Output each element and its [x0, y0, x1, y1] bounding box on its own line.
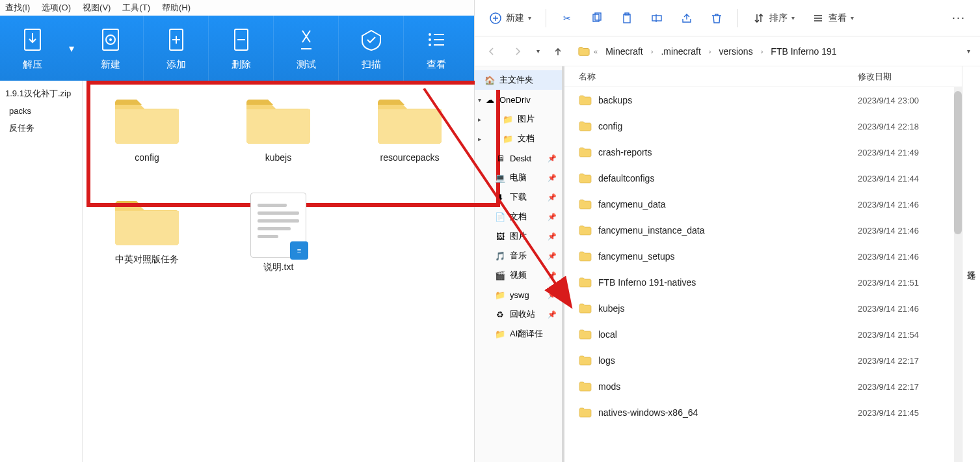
paste-button[interactable] — [614, 7, 640, 30]
breadcrumb-dot-minecraft[interactable]: .minecraft — [657, 44, 704, 59]
pin-icon: 📌 — [548, 193, 557, 202]
tree-item-label: 主文件夹 — [499, 74, 533, 86]
address-row: ▾ « Minecraft› .minecraft› versions› FTB… — [475, 36, 980, 66]
more-button[interactable]: ··· — [946, 7, 972, 30]
svg-point-3 — [109, 38, 112, 41]
breadcrumb-overflow[interactable]: « — [592, 48, 599, 55]
tree-item-文档[interactable]: 📄 文档 📌 — [475, 207, 562, 226]
tree-item-Deskt[interactable]: 🖥 Deskt 📌 — [475, 148, 562, 168]
add-button[interactable]: 添加 — [143, 16, 208, 81]
twisty-icon[interactable]: ▸ — [475, 116, 484, 123]
grid-item-cn-en[interactable]: 中英对照版任务 — [98, 193, 196, 273]
breadcrumb-current[interactable]: FTB Inferno 191 — [767, 44, 840, 59]
menu-options[interactable]: 选项(O) — [36, 1, 76, 15]
test-button[interactable]: 测试 — [273, 16, 338, 81]
tree-item-OneDriv[interactable]: ▾ ☁ OneDriv — [475, 90, 562, 109]
file-row[interactable]: logs 2023/9/14 22:17 — [564, 347, 962, 374]
menu-view[interactable]: 视图(V) — [77, 1, 116, 15]
scrollbar-thumb[interactable] — [954, 91, 962, 234]
forward-button[interactable] — [506, 40, 529, 63]
tree-item-图片[interactable]: ▸ 📁 图片 — [475, 109, 562, 129]
tree-item-label: 文档 — [518, 133, 535, 144]
tree-item-文档[interactable]: ▸ 📁 文档 — [475, 129, 562, 148]
twisty-icon[interactable]: ▾ — [475, 96, 484, 103]
file-name: kubejs — [598, 303, 624, 314]
sort-button[interactable]: 排序 ▾ — [746, 7, 801, 30]
pin-icon: 📌 — [548, 213, 557, 221]
grid-item-resourcepacks[interactable]: resourcepacks — [361, 91, 458, 163]
file-name: crash-reports — [598, 147, 652, 157]
new-menu-button[interactable]: 新建 ▾ — [483, 7, 538, 30]
tree-item-音乐[interactable]: 🎵 音乐 📌 — [475, 246, 562, 265]
file-row[interactable]: FTB Inferno 191-natives 2023/9/14 21:51 — [564, 269, 962, 295]
share-button[interactable] — [674, 7, 700, 30]
refresh-dropdown[interactable]: ▾ — [962, 40, 975, 63]
scrollbar[interactable] — [954, 87, 962, 462]
test-icon — [293, 26, 320, 53]
cut-button[interactable]: ✂ — [554, 7, 580, 30]
file-list-area: 名称 修改日期 backups 2023/9/14 23:00 config 2… — [564, 66, 962, 462]
ellipsis-icon: ··· — [952, 11, 966, 25]
file-row[interactable]: fancymenu_instance_data 2023/9/14 21:46 — [564, 217, 962, 243]
file-row[interactable]: local 2023/9/14 21:54 — [564, 321, 962, 347]
column-date[interactable]: 修改日期 — [858, 71, 962, 83]
tree-item-视频[interactable]: 🎬 视频 📌 — [475, 265, 562, 285]
extract-dropdown[interactable]: ▾ — [65, 42, 78, 55]
new-button[interactable]: 新建 — [78, 16, 143, 81]
rename-button[interactable] — [644, 7, 670, 30]
breadcrumb-versions[interactable]: versions — [715, 44, 757, 59]
tree-item-主文件夹[interactable]: 🏠 主文件夹 — [475, 70, 562, 90]
scan-button[interactable]: 扫描 — [338, 16, 403, 81]
file-name: config — [598, 121, 622, 131]
details-pane-collapsed[interactable]: 选择 — [962, 66, 980, 462]
tree-item-回收站[interactable]: ♻ 回收站 📌 — [475, 305, 562, 324]
tree-item-电脑[interactable]: 💻 电脑 📌 — [475, 168, 562, 187]
twisty-icon[interactable]: ▸ — [475, 135, 484, 143]
file-row[interactable]: natives-windows-x86_64 2023/9/14 21:45 — [564, 400, 962, 426]
tree-item-图片[interactable]: 🖼 图片 📌 — [475, 226, 562, 246]
file-name: mods — [598, 381, 620, 392]
pin-icon: 📌 — [548, 154, 557, 163]
sidebar-item-tasks[interactable]: 反任务 — [4, 119, 78, 137]
file-row[interactable]: mods 2023/9/14 22:17 — [564, 374, 962, 400]
sort-icon — [752, 12, 765, 25]
file-row[interactable]: backups 2023/9/14 23:00 — [564, 87, 962, 113]
grid-item-config[interactable]: config — [98, 91, 196, 163]
extract-button[interactable]: 解压 — [0, 16, 65, 81]
view-button[interactable]: 查看 — [403, 16, 468, 81]
sidebar-file-zip[interactable]: 1.9.1汉化补丁.zip — [4, 85, 78, 103]
trash-button[interactable] — [704, 7, 730, 30]
file-name: natives-windows-x86_64 — [598, 407, 698, 418]
file-row[interactable]: crash-reports 2023/9/14 21:49 — [564, 139, 962, 165]
folder-icon — [579, 173, 592, 183]
file-row[interactable]: config 2023/9/14 22:18 — [564, 113, 962, 139]
menu-help[interactable]: 帮助(H) — [157, 1, 196, 15]
file-row[interactable]: defaultconfigs 2023/9/14 21:44 — [564, 165, 962, 191]
file-row[interactable]: fancymenu_data 2023/9/14 21:46 — [564, 191, 962, 217]
menu-find[interactable]: 查找(I) — [0, 1, 35, 15]
new-label: 新建 — [101, 59, 120, 71]
nav-tree[interactable]: 🏠 主文件夹 ▾ ☁ OneDriv ▸ 📁 图片 ▸ 📁 文档 🖥 Deskt… — [475, 66, 564, 462]
breadcrumb[interactable]: « Minecraft› .minecraft› versions› FTB I… — [572, 40, 959, 63]
extract-icon — [19, 26, 46, 53]
sidebar-item-packs[interactable]: packs — [4, 103, 78, 119]
list-header[interactable]: 名称 修改日期 — [564, 66, 962, 87]
delete-button[interactable]: 删除 — [208, 16, 273, 81]
view-mode-icon — [812, 12, 825, 25]
menu-tools[interactable]: 工具(T) — [117, 1, 155, 15]
file-row[interactable]: kubejs 2023/9/14 21:46 — [564, 295, 962, 321]
grid-item-readme[interactable]: ≡ 说明.txt — [230, 193, 327, 273]
tree-item-下载[interactable]: ⬇ 下载 📌 — [475, 187, 562, 207]
up-button[interactable] — [546, 40, 570, 63]
copy-button[interactable] — [584, 7, 610, 30]
tree-item-yswg[interactable]: 📁 yswg 📌 — [475, 285, 562, 305]
back-button[interactable] — [480, 40, 503, 63]
history-dropdown[interactable]: ▾ — [532, 40, 544, 63]
tree-item-AI翻译任[interactable]: 📁 AI翻译任 — [475, 324, 562, 344]
file-row[interactable]: fancymenu_setups 2023/9/14 21:46 — [564, 243, 962, 269]
view-mode-button[interactable]: 查看 ▾ — [805, 7, 860, 30]
column-name[interactable]: 名称 — [579, 71, 858, 83]
tree-item-label: 图片 — [518, 113, 535, 125]
grid-item-kubejs[interactable]: kubejs — [230, 91, 327, 163]
breadcrumb-minecraft[interactable]: Minecraft — [602, 44, 647, 59]
